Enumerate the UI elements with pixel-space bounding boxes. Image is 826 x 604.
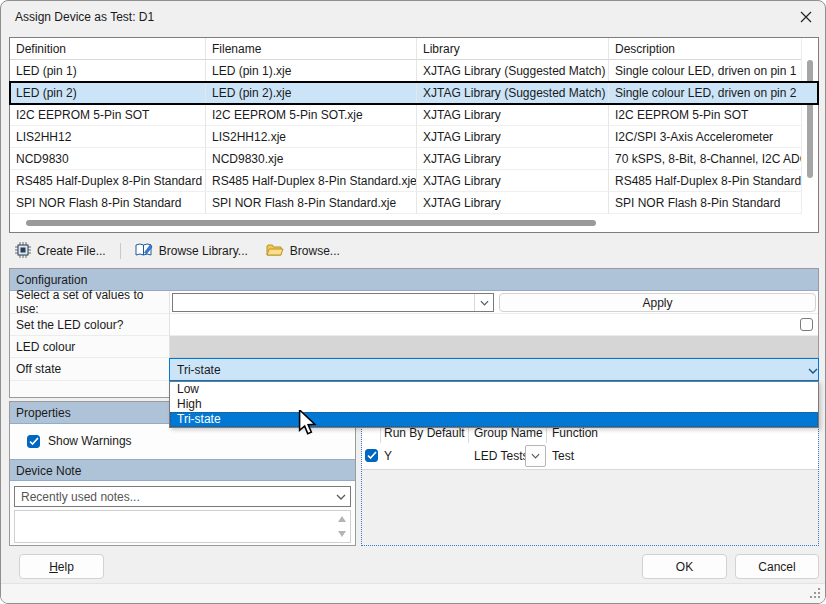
- device-note-textarea[interactable]: [14, 510, 351, 543]
- device-note-header: Device Note: [10, 459, 355, 481]
- folder-icon: [266, 243, 284, 260]
- open-book-icon: [135, 242, 153, 261]
- show-warnings-row[interactable]: Show Warnings: [27, 434, 132, 448]
- scroll-up-icon[interactable]: [336, 513, 348, 525]
- chevron-down-icon[interactable]: [474, 294, 493, 311]
- horizontal-scrollbar[interactable]: [10, 214, 802, 231]
- off-state-dropdown-list: Low High Tri-state: [169, 381, 819, 428]
- chevron-down-icon[interactable]: [332, 487, 350, 506]
- led-colour-label: LED colour: [10, 336, 170, 358]
- table-row[interactable]: LIS2HH12 LIS2HH12.xje XJTAG Library I2C/…: [10, 126, 818, 148]
- recent-notes-placeholder: Recently used notes...: [15, 490, 332, 504]
- close-button[interactable]: [797, 10, 815, 26]
- cancel-button[interactable]: Cancel: [735, 554, 819, 579]
- led-colour-value-disabled: [170, 336, 818, 358]
- ok-button[interactable]: OK: [642, 554, 727, 579]
- horizontal-scrollbar-thumb[interactable]: [26, 220, 596, 226]
- device-table: Definition Filename Library Description …: [9, 37, 819, 233]
- col-library: Library: [417, 38, 609, 60]
- set-led-label: Set the LED colour?: [10, 314, 170, 336]
- browse-library-label: Browse Library...: [159, 244, 248, 258]
- col-definition: Definition: [10, 38, 206, 60]
- dropdown-option-low[interactable]: Low: [170, 382, 818, 397]
- off-state-combobox-value: Tri-state: [170, 363, 808, 377]
- dropdown-option-tristate-highlighted[interactable]: Tri-state: [170, 412, 818, 427]
- vertical-scrollbar[interactable]: [801, 38, 818, 214]
- browse-label: Browse...: [290, 244, 340, 258]
- off-state-label: Off state: [10, 358, 170, 381]
- toolbar-separator: [120, 243, 121, 259]
- scroll-down-icon[interactable]: [336, 528, 348, 540]
- browse-library-button[interactable]: Browse Library...: [131, 240, 252, 263]
- table-row[interactable]: LED (pin 1) LED (pin 1).xje XJTAG Librar…: [10, 60, 818, 82]
- create-file-button[interactable]: Create File...: [11, 240, 110, 263]
- table-row[interactable]: SPI NOR Flash 8-Pin Standard SPI NOR Fla…: [10, 192, 818, 214]
- values-set-combobox[interactable]: [172, 293, 494, 312]
- function-value: Test: [552, 449, 574, 463]
- show-warnings-label: Show Warnings: [48, 434, 132, 448]
- test-row[interactable]: Y LED Tests Test: [362, 443, 818, 470]
- col-description: Description: [609, 38, 801, 60]
- col-function: Function: [552, 426, 598, 440]
- table-row[interactable]: I2C EEPROM 5-Pin SOT I2C EEPROM 5-Pin SO…: [10, 104, 818, 126]
- select-values-label: Select a set of values to use:: [10, 291, 170, 314]
- resize-grip[interactable]: [808, 586, 820, 598]
- dropdown-option-high[interactable]: High: [170, 397, 818, 412]
- col-filename: Filename: [206, 38, 417, 60]
- chip-icon: [15, 242, 31, 261]
- recent-notes-combobox[interactable]: Recently used notes...: [14, 486, 351, 507]
- off-state-combobox-open[interactable]: Tri-state: [169, 358, 819, 381]
- footer-strip: [1, 583, 825, 603]
- file-toolbar: Create File... Browse Library... Browse.…: [11, 239, 344, 263]
- dialog-title: Assign Device as Test: D1: [15, 10, 154, 24]
- check-icon[interactable]: [27, 435, 40, 448]
- chevron-down-icon[interactable]: [808, 363, 818, 377]
- run-test-checkbox[interactable]: [365, 449, 378, 462]
- config-row-led-colour: LED colour: [10, 336, 818, 358]
- device-table-header: Definition Filename Library Description: [10, 38, 818, 60]
- help-button[interactable]: Help: [19, 554, 104, 579]
- create-file-label: Create File...: [37, 244, 106, 258]
- browse-button[interactable]: Browse...: [262, 241, 344, 262]
- assign-device-dialog: Assign Device as Test: D1 Definition Fil…: [0, 0, 826, 604]
- tests-panel: Run By Default Group Name Function Y LED…: [361, 423, 819, 546]
- run-by-default-value: Y: [384, 449, 392, 463]
- vertical-scrollbar-thumb[interactable]: [807, 60, 813, 178]
- close-icon: [800, 11, 812, 26]
- table-row[interactable]: RS485 Half-Duplex 8-Pin Standard RS485 H…: [10, 170, 818, 192]
- table-row-selected[interactable]: LED (pin 2) LED (pin 2).xje XJTAG Librar…: [10, 82, 818, 104]
- table-row[interactable]: NCD9830 NCD9830.xje XJTAG Library 70 kSP…: [10, 148, 818, 170]
- set-led-checkbox[interactable]: [800, 318, 813, 331]
- group-name-combo-button[interactable]: [525, 445, 546, 467]
- group-name-value: LED Tests: [474, 449, 528, 463]
- config-row-set-led: Set the LED colour?: [10, 314, 818, 336]
- apply-button[interactable]: Apply: [499, 293, 816, 312]
- title-bar: Assign Device as Test: D1: [1, 1, 825, 33]
- col-group-name: Group Name: [474, 426, 543, 440]
- config-row-values: Select a set of values to use: Apply: [10, 291, 818, 314]
- col-run-by-default: Run By Default: [384, 426, 465, 440]
